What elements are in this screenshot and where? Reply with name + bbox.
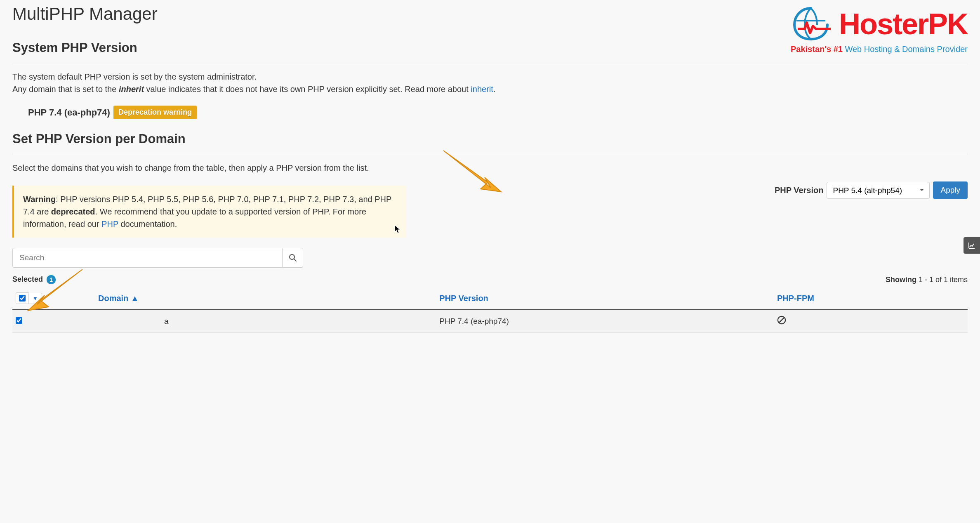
svg-line-1	[294, 259, 296, 261]
column-php-fpm[interactable]: PHP-FPM	[774, 287, 968, 309]
domains-table: ▼ Domain ▲ PHP Version PHP-FPM a PHP 7.4…	[12, 287, 968, 333]
prohibit-icon	[777, 316, 786, 325]
php-version-label: PHP Version	[775, 186, 824, 195]
warning-alert: Warning: PHP versions PHP 5.4, PHP 5.5, …	[12, 186, 406, 238]
brand-name: HosterPK	[839, 9, 968, 39]
apply-button[interactable]: Apply	[933, 181, 968, 199]
stats-tab[interactable]	[964, 237, 980, 254]
sort-asc-icon: ▲	[131, 294, 139, 303]
php-version-cell: PHP 7.4 (ea-php74)	[436, 309, 774, 333]
brand-logo: HosterPK Pakistan's #1 Web Hosting & Dom…	[790, 6, 968, 54]
svg-point-0	[290, 254, 294, 259]
row-checkbox[interactable]	[16, 317, 22, 324]
mouse-cursor	[394, 225, 401, 234]
divider	[12, 63, 968, 63]
showing-count: Showing 1 - 1 of 1 items	[886, 276, 968, 284]
divider	[12, 154, 968, 154]
column-php-version[interactable]: PHP Version	[436, 287, 774, 309]
search-icon	[289, 254, 297, 262]
per-domain-desc: Select the domains that you wish to chan…	[12, 162, 968, 174]
search-input[interactable]	[12, 248, 283, 268]
current-system-version: PHP 7.4 (ea-php74)	[28, 107, 110, 118]
globe-heartbeat-icon	[790, 6, 832, 41]
deprecation-badge: Deprecation warning	[113, 106, 197, 119]
per-domain-heading: Set PHP Version per Domain	[12, 132, 968, 146]
chart-icon	[968, 241, 976, 250]
svg-line-3	[779, 318, 784, 323]
system-desc-line1: The system default PHP version is set by…	[12, 71, 968, 83]
domain-cell: a	[95, 309, 436, 333]
select-all-checkbox[interactable]	[19, 295, 26, 302]
php-fpm-cell	[774, 309, 968, 333]
column-domain[interactable]: Domain ▲	[95, 287, 436, 309]
system-desc-line2: Any domain that is set to the inherit va…	[12, 83, 968, 95]
table-row: a PHP 7.4 (ea-php74)	[12, 309, 968, 333]
brand-tagline: Pakistan's #1 Web Hosting & Domains Prov…	[790, 45, 968, 54]
select-all-dropdown[interactable]: ▼	[29, 293, 42, 304]
inherit-link[interactable]: inherit	[471, 85, 493, 94]
search-button[interactable]	[283, 248, 303, 268]
php-version-select[interactable]: PHP 5.4 (alt-php54)	[827, 182, 930, 199]
php-doc-link[interactable]: PHP	[101, 219, 118, 229]
selected-count: Selected 1	[12, 275, 56, 284]
